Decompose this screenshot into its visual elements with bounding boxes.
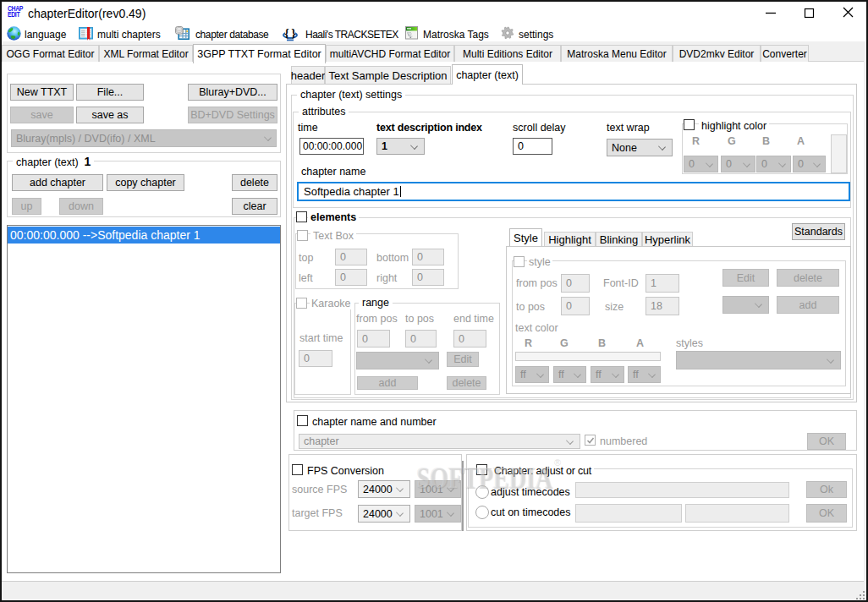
svg-text:}: }	[291, 27, 296, 40]
svg-text:{: {	[284, 27, 289, 40]
